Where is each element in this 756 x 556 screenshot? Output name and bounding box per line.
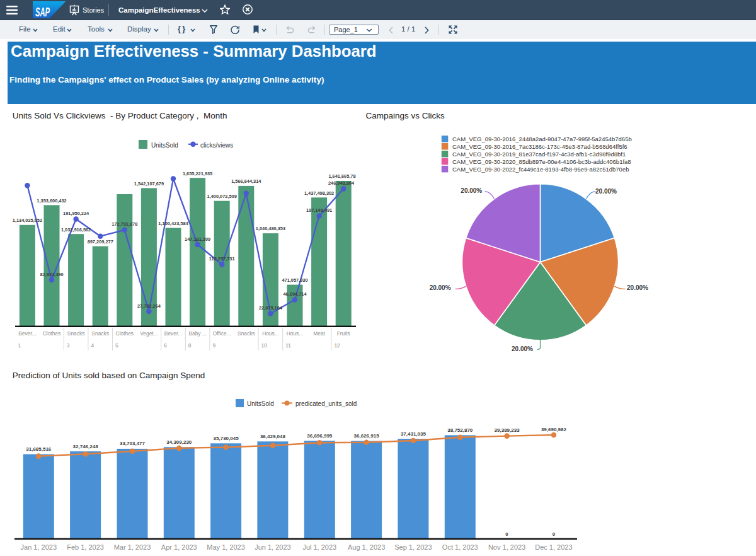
svg-text:12: 12 xyxy=(334,342,340,349)
svg-text:1,400,072,509: 1,400,072,509 xyxy=(207,194,237,199)
svg-text:Feb 1, 2023: Feb 1, 2023 xyxy=(67,543,104,551)
svg-text:20.00%: 20.00% xyxy=(627,284,648,291)
svg-text:9: 9 xyxy=(212,342,215,349)
svg-text:CAM_VEG_09-30-2016_7ac3186c-17: CAM_VEG_09-30-2016_7ac3186c-173c-45e3-87… xyxy=(452,143,627,150)
svg-text:1,437,498,302: 1,437,498,302 xyxy=(304,190,334,196)
svg-text:39,389,233: 39,389,233 xyxy=(495,427,520,433)
svg-text:10: 10 xyxy=(261,342,268,349)
svg-text:CAM_VEG_09-30-2019_81e37cad-f1: CAM_VEG_09-30-2019_81e37cad-f197-4c3d-af… xyxy=(452,151,626,158)
svg-text:33,703,477: 33,703,477 xyxy=(120,441,146,446)
svg-text:Fruits: Fruits xyxy=(337,330,350,337)
svg-text:191,950,224: 191,950,224 xyxy=(63,211,89,216)
svg-text:0: 0 xyxy=(553,531,556,537)
svg-text:Baby ...: Baby ... xyxy=(188,330,206,337)
svg-text:3: 3 xyxy=(67,342,70,349)
svg-text:1: 1 xyxy=(18,342,21,349)
svg-text:8: 8 xyxy=(188,342,192,349)
svg-text:Bever...: Bever... xyxy=(18,330,36,337)
svg-text:Hous...: Hous... xyxy=(262,330,279,337)
svg-text:Mar 1, 2023: Mar 1, 2023 xyxy=(114,543,151,551)
svg-text:Snacks: Snacks xyxy=(238,330,255,337)
svg-text:1,353,600,432: 1,353,600,432 xyxy=(37,198,66,204)
svg-text:1,032,916,562: 1,032,916,562 xyxy=(61,227,91,233)
svg-text:20.00%: 20.00% xyxy=(430,284,451,291)
svg-text:Jan 1, 2023: Jan 1, 2023 xyxy=(21,543,57,551)
svg-text:UnitsSold: UnitsSold xyxy=(151,142,178,149)
svg-text:897,209,277: 897,209,277 xyxy=(88,239,113,245)
svg-text:Nov 1, 2023: Nov 1, 2023 xyxy=(488,543,525,551)
svg-text:Meat: Meat xyxy=(313,330,325,337)
svg-text:82,922,490: 82,922,490 xyxy=(40,272,64,277)
svg-text:1,134,025,052: 1,134,025,052 xyxy=(13,217,42,223)
svg-text:32,746,248: 32,746,248 xyxy=(73,444,99,449)
svg-text:197,149,491: 197,149,491 xyxy=(306,207,332,213)
svg-text:147,181,209: 147,181,209 xyxy=(185,236,210,242)
svg-text:CAM_VEG_09-30-2016_2448a2ad-90: CAM_VEG_09-30-2016_2448a2ad-9047-47a7-99… xyxy=(452,136,632,142)
svg-text:246,948,804: 246,948,804 xyxy=(328,180,355,186)
svg-text:CAM_VEG_09-30-2020_85db897e-00: CAM_VEG_09-30-2020_85db897e-00e4-4106-bc… xyxy=(452,158,631,165)
svg-text:UnitsSold: UnitsSold xyxy=(247,400,274,407)
svg-text:36,696,995: 36,696,995 xyxy=(307,433,333,439)
svg-text:4: 4 xyxy=(91,342,94,349)
svg-text:predicated_units_sold: predicated_units_sold xyxy=(295,400,357,407)
svg-text:Clothes: Clothes xyxy=(116,330,134,337)
svg-text:Prediction of Units sold based: Prediction of Units sold based on Campai… xyxy=(13,371,205,380)
svg-text:1,655,221,935: 1,655,221,935 xyxy=(183,171,212,177)
svg-text:Jun 1, 2023: Jun 1, 2023 xyxy=(255,543,291,551)
svg-text:1,566,644,314: 1,566,644,314 xyxy=(231,178,261,184)
svg-text:clicks/views: clicks/views xyxy=(200,142,233,149)
svg-text:11: 11 xyxy=(285,342,291,349)
svg-text:37,431,035: 37,431,035 xyxy=(401,431,427,437)
svg-text:5: 5 xyxy=(115,342,118,349)
svg-text:Apr 1, 2023: Apr 1, 2023 xyxy=(161,543,197,551)
svg-text:471,057,930: 471,057,930 xyxy=(282,277,307,283)
svg-text:31,685,516: 31,685,516 xyxy=(26,446,52,452)
svg-text:Office...: Office... xyxy=(213,330,231,337)
svg-text:Veget...: Veget... xyxy=(140,330,158,337)
svg-text:46,694,714: 46,694,714 xyxy=(284,291,307,297)
svg-text:Snacks: Snacks xyxy=(67,330,84,337)
svg-text:20.00%: 20.00% xyxy=(595,188,617,195)
svg-text:22,075,104: 22,075,104 xyxy=(259,305,283,311)
svg-text:Jul 1, 2023: Jul 1, 2023 xyxy=(302,543,336,551)
svg-text:1,542,107,679: 1,542,107,679 xyxy=(134,181,164,187)
svg-text:1,040,480,353: 1,040,480,353 xyxy=(256,226,285,231)
svg-text:6: 6 xyxy=(164,342,167,349)
svg-text:35,730,045: 35,730,045 xyxy=(214,436,239,441)
svg-text:Clothes: Clothes xyxy=(43,330,60,337)
svg-text:20.00%: 20.00% xyxy=(512,345,533,352)
svg-text:0: 0 xyxy=(505,531,508,537)
svg-text:27,782,264: 27,782,264 xyxy=(137,303,161,309)
svg-text:Oct 1, 2023: Oct 1, 2023 xyxy=(442,543,478,551)
svg-text:1,100,423,584: 1,100,423,584 xyxy=(158,221,188,226)
svg-text:36,626,915: 36,626,915 xyxy=(354,433,380,439)
svg-text:Sep 1, 2023: Sep 1, 2023 xyxy=(394,543,432,551)
svg-text:20.00%: 20.00% xyxy=(461,187,482,194)
svg-text:39,690,982: 39,690,982 xyxy=(541,427,567,432)
svg-text:1,641,665,78: 1,641,665,78 xyxy=(328,173,355,179)
svg-text:38,752,870: 38,752,870 xyxy=(447,427,473,433)
svg-text:SAP: SAP xyxy=(35,4,50,18)
svg-text:Dec 1, 2023: Dec 1, 2023 xyxy=(535,543,572,551)
svg-text:Aug 1, 2023: Aug 1, 2023 xyxy=(348,543,385,551)
svg-text:Campaings vs Clicks: Campaings vs Clicks xyxy=(366,111,445,120)
svg-text:36,429,048: 36,429,048 xyxy=(260,434,286,439)
svg-text:34,309,230: 34,309,230 xyxy=(166,439,192,445)
svg-text:May 1, 2023: May 1, 2023 xyxy=(207,543,245,551)
svg-text:172,791,878: 172,791,878 xyxy=(112,221,137,227)
svg-text:CAM_VEG_09-30-2022_fc449c1e-81: CAM_VEG_09-30-2022_fc449c1e-8193-4fb8-95… xyxy=(452,166,629,173)
svg-text:Bever...: Bever... xyxy=(164,330,182,337)
svg-text:Snacks: Snacks xyxy=(91,330,108,337)
svg-text:Units Sold Vs Clickviews - By: Units Sold Vs Clickviews - By Product Ca… xyxy=(13,111,227,120)
svg-text:110,257,731: 110,257,731 xyxy=(209,256,235,262)
svg-text:Hous...: Hous... xyxy=(287,330,304,337)
